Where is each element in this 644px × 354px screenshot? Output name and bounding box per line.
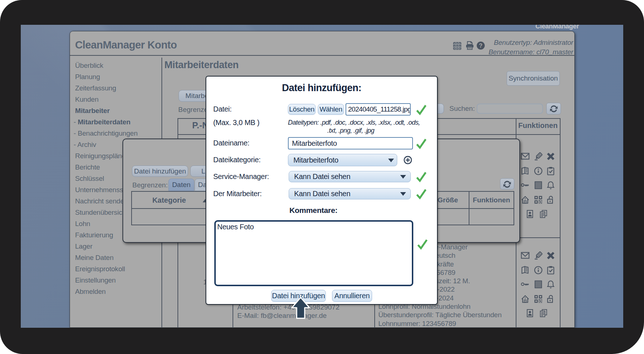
svg-text:?: ? — [479, 43, 483, 49]
